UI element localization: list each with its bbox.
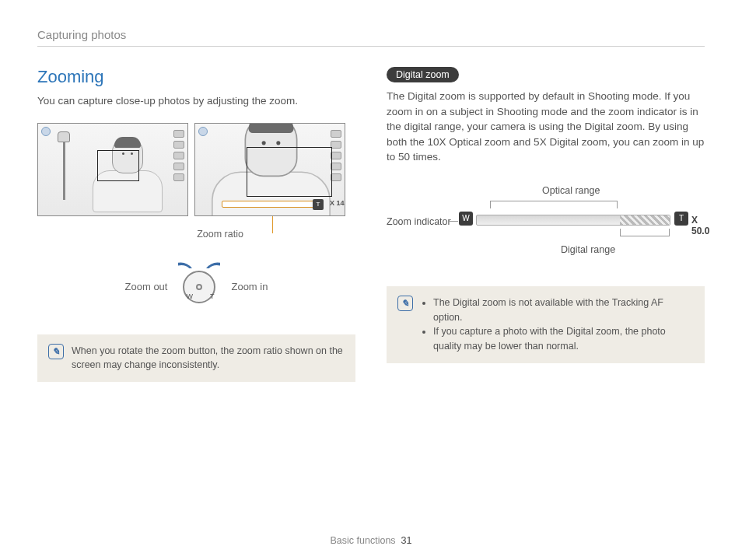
zoom-control-figure: Zoom out W T Zoom in xyxy=(37,266,355,308)
zoom-ratio-value: X 14.0 xyxy=(330,199,345,207)
right-column: Digital zoom The Digital zoom is support… xyxy=(387,67,705,382)
note-item: If you capture a photo with the Digital … xyxy=(433,324,694,354)
digital-zoom-body: The Digital zoom is supported by default… xyxy=(387,89,705,165)
digital-zoom-pill: Digital zoom xyxy=(387,67,459,82)
zoom-indicator-label: Zoom indicator xyxy=(387,216,451,227)
left-column: Zooming You can capture close-up photos … xyxy=(37,67,355,382)
max-zoom-value: X 50.0 xyxy=(691,215,709,236)
zoom-out-label: Zoom out xyxy=(125,281,168,292)
callout-line xyxy=(449,221,458,222)
zoom-dial-illustration: W T xyxy=(178,266,220,308)
digital-range-bracket xyxy=(620,229,670,236)
optical-range-label: Optical range xyxy=(542,185,600,196)
intro-text: You can capture close-up photos by adjus… xyxy=(37,93,355,109)
zoom-in-label: Zoom in xyxy=(231,281,268,292)
callout-line xyxy=(272,216,273,233)
zoom-ratio-bar: T X 14.0 xyxy=(222,201,323,208)
dial-t-label: T xyxy=(210,292,215,300)
w-icon: W xyxy=(459,212,473,226)
camera-screen-wide xyxy=(37,123,188,216)
t-icon: T xyxy=(313,199,324,210)
optical-range-bracket xyxy=(490,201,618,208)
dial-w-label: W xyxy=(186,292,193,300)
streetlamp-illustration xyxy=(57,131,71,201)
digital-range-label: Digital range xyxy=(561,244,615,255)
af-frame xyxy=(97,150,139,181)
note-icon: ✎ xyxy=(397,296,413,311)
note-text: When you rotate the zoom button, the zoo… xyxy=(72,344,345,373)
zoom-example-screens: T X 14.0 xyxy=(37,123,355,216)
camera-screen-zoomed: T X 14.0 xyxy=(194,123,345,216)
note-box: ✎ When you rotate the zoom button, the z… xyxy=(37,334,355,383)
side-status-icons xyxy=(173,130,184,181)
note-item: The Digital zoom is not available with t… xyxy=(433,296,694,325)
note-box: ✎ The Digital zoom is not available with… xyxy=(387,286,705,363)
page-number: 31 xyxy=(401,535,412,546)
footer-section: Basic functions xyxy=(331,535,396,546)
page-footer: Basic functions 31 xyxy=(0,535,742,546)
digital-range-hatch xyxy=(620,215,670,225)
af-frame xyxy=(247,147,332,197)
breadcrumb: Capturing photos xyxy=(37,28,705,47)
section-title: Zooming xyxy=(37,67,355,87)
zoom-range-figure: Optical range Zoom indicator W T X 50.0 … xyxy=(387,185,705,278)
note-icon: ✎ xyxy=(48,344,64,359)
mode-icon xyxy=(41,127,51,136)
t-icon: T xyxy=(674,212,688,226)
zoom-ratio-label: Zoom ratio xyxy=(170,229,271,240)
zoom-bar xyxy=(476,215,670,226)
